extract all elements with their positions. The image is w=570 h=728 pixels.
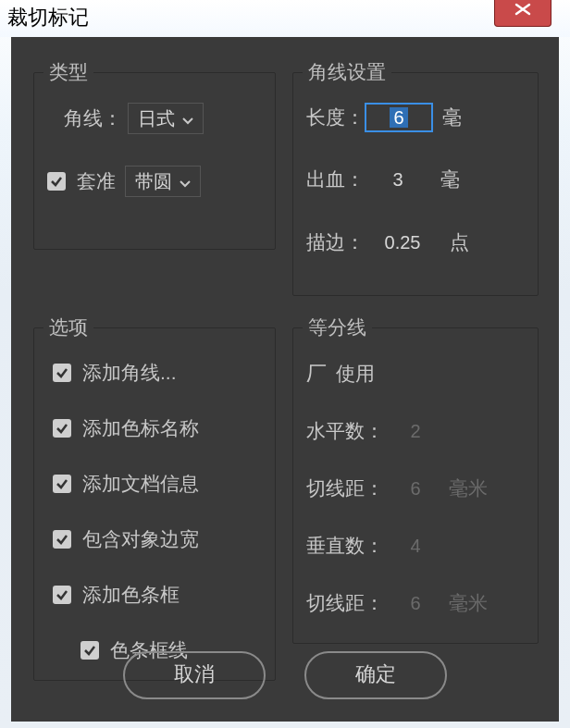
hcut-unit: 毫米 — [449, 475, 488, 501]
chevron-down-icon — [180, 171, 191, 192]
bleed-unit: 毫 — [440, 167, 460, 192]
vcut-input[interactable]: 6 — [391, 589, 440, 617]
group-divide-title: 等分线 — [303, 315, 372, 340]
cancel-button[interactable]: 取消 — [123, 651, 266, 699]
register-checkbox[interactable] — [47, 172, 66, 191]
option-checkbox-0[interactable] — [53, 364, 71, 382]
use-label: 使用 — [336, 361, 375, 387]
option-item: 包含对象边宽 — [53, 526, 199, 552]
length-input[interactable]: 6 — [365, 103, 433, 132]
option-item: 添加色条框 — [53, 582, 180, 608]
length-unit: 毫 — [442, 105, 462, 130]
hcount-label: 水平数： — [306, 418, 384, 444]
group-divide: 等分线 厂 使用 水平数： 2 切线距： 6 毫米 垂直数： 4 — [292, 327, 539, 644]
option-item: 添加角线... — [53, 360, 177, 386]
vcut-unit: 毫米 — [449, 590, 488, 616]
option-label-2: 添加文档信息 — [82, 471, 199, 497]
option-label-1: 添加色标名称 — [82, 415, 199, 441]
option-item: 添加文档信息 — [53, 471, 199, 497]
group-type: 类型 角线： 日式 套准 带圆 — [33, 72, 276, 250]
hcut-label: 切线距： — [306, 475, 384, 501]
hcut-input[interactable]: 6 — [391, 475, 440, 502]
ok-button[interactable]: 确定 — [304, 651, 447, 699]
stroke-input[interactable]: 0.25 — [365, 228, 440, 256]
close-icon — [514, 3, 531, 16]
option-item: 添加色标名称 — [53, 415, 199, 441]
stroke-label: 描边： — [306, 229, 365, 255]
length-label: 长度： — [306, 105, 365, 130]
vcount-input[interactable]: 4 — [391, 532, 440, 560]
vcut-label: 切线距： — [306, 590, 384, 616]
titlebar: 裁切标记 — [0, 0, 570, 37]
option-checkbox-3[interactable] — [53, 530, 71, 549]
group-corner-title: 角线设置 — [303, 59, 391, 85]
hcount-input[interactable]: 2 — [391, 417, 440, 445]
register-style-select[interactable]: 带圆 — [125, 166, 201, 197]
option-label-4: 添加色条框 — [82, 582, 180, 608]
bleed-input[interactable]: 3 — [365, 166, 431, 193]
corner-style-select[interactable]: 日式 — [128, 103, 204, 134]
close-button[interactable] — [494, 0, 551, 27]
bleed-label: 出血： — [306, 167, 365, 192]
option-checkbox-1[interactable] — [53, 419, 71, 438]
option-label-3: 包含对象边宽 — [82, 526, 199, 552]
register-style-value: 带圆 — [135, 169, 172, 194]
corner-style-label: 角线： — [64, 105, 122, 131]
group-corner-settings: 角线设置 长度： 6 毫 出血： 3 毫 描边： 0.25 点 — [292, 72, 539, 296]
length-value: 6 — [390, 107, 407, 128]
option-checkbox-2[interactable] — [53, 475, 71, 493]
group-options: 选项 添加角线... 添加色标名称 添加文档信息 包含对象边宽 — [33, 327, 276, 681]
group-type-title: 类型 — [43, 59, 93, 85]
register-label: 套准 — [77, 168, 116, 194]
stroke-unit: 点 — [450, 229, 469, 255]
corner-style-value: 日式 — [138, 106, 175, 131]
group-options-title: 选项 — [43, 315, 93, 340]
vcount-label: 垂直数： — [306, 533, 384, 559]
option-checkbox-4[interactable] — [53, 586, 71, 604]
chevron-down-icon — [182, 108, 193, 130]
use-checkbox[interactable]: 厂 — [306, 360, 327, 388]
dialog-panel: 类型 角线： 日式 套准 带圆 — [11, 37, 559, 722]
button-row: 取消 确定 — [24, 651, 546, 699]
option-label-0: 添加角线... — [82, 360, 177, 386]
window-title: 裁切标记 — [7, 4, 89, 31]
